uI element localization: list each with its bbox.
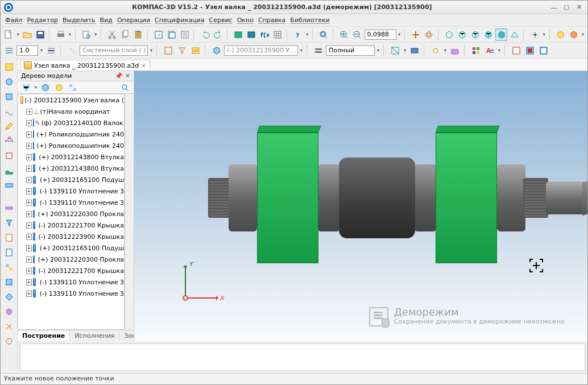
pan-icon[interactable] — [410, 28, 422, 41]
display-toggle-icon[interactable] — [312, 44, 325, 57]
tree-item[interactable]: +(-) 200312221700 Крышка — [18, 220, 124, 231]
zoom-fit-icon[interactable] — [318, 28, 330, 41]
minimize-button[interactable]: — — [549, 3, 559, 12]
simplify-icon[interactable] — [568, 28, 579, 41]
bend-icon[interactable] — [3, 335, 15, 347]
tree-obj-icon[interactable] — [39, 81, 52, 94]
lights-icon[interactable] — [429, 44, 442, 57]
tree-origin[interactable]: +⊥(т)Начало координат — [18, 106, 124, 117]
layer-filter-icon[interactable] — [176, 44, 188, 57]
save-icon[interactable] — [34, 28, 46, 41]
tree-item[interactable]: +(-) 1339110 Уплотнение 3 — [18, 185, 124, 197]
tree-item[interactable]: +(-) 200312223900 Крышка — [18, 231, 124, 242]
geometry-icon[interactable] — [3, 90, 15, 103]
tree-item[interactable]: +(+) 200312143800 Втулка — [18, 163, 124, 174]
simplify-dropdown[interactable]: ▾ — [581, 32, 585, 37]
expand-icon[interactable]: + — [26, 211, 32, 217]
orbit-icon[interactable] — [423, 28, 435, 41]
properties-panel[interactable] — [20, 343, 585, 371]
cut-icon[interactable] — [106, 28, 118, 41]
menu-select[interactable]: Выделить — [63, 16, 96, 24]
perspective-icon[interactable] — [508, 28, 520, 41]
expand-icon[interactable]: + — [26, 131, 32, 138]
expand-icon[interactable]: + — [26, 188, 32, 194]
constraint-icon[interactable] — [3, 150, 15, 162]
component-ref-dropdown[interactable]: ▾ — [299, 48, 304, 53]
tree-search-icon[interactable] — [119, 81, 131, 94]
measure-icon[interactable] — [3, 202, 15, 214]
tree-item[interactable]: +(+) 200312165100 Подуш — [18, 174, 124, 185]
orient-dropdown[interactable]: ▾ — [542, 32, 546, 37]
preview-icon[interactable] — [81, 28, 93, 41]
tab-configs[interactable]: Исполнения — [70, 331, 119, 341]
doc-list-icon[interactable] — [179, 28, 191, 41]
window2-icon[interactable] — [524, 44, 536, 57]
line-width-input[interactable] — [16, 45, 38, 56]
expand-icon[interactable]: + — [26, 268, 32, 274]
line-style-icon[interactable] — [3, 44, 15, 57]
pencil-icon[interactable] — [3, 120, 15, 133]
line-width-dropdown[interactable]: ▾ — [39, 48, 44, 53]
filter-icon[interactable] — [3, 217, 15, 229]
tree-item[interactable]: +(-) 200312221700 Крышка — [18, 265, 124, 276]
edit-sketch-icon[interactable] — [3, 76, 15, 88]
mate-icon[interactable] — [3, 320, 15, 333]
vars-icon[interactable] — [246, 28, 258, 41]
weld-icon[interactable] — [3, 305, 15, 318]
tree-item[interactable]: +(-) 1339110 Уплотнение 3 — [18, 288, 124, 299]
tree-item[interactable]: +(+) 200312143800 Втулка — [18, 151, 124, 163]
tree-scrollbar[interactable] — [125, 94, 134, 330]
table-icon[interactable] — [272, 28, 284, 41]
section1-dropdown[interactable]: ▾ — [403, 48, 407, 53]
zoom-out-icon[interactable] — [351, 28, 363, 41]
library-mgr-icon[interactable] — [233, 28, 245, 41]
menu-window[interactable]: Окно — [237, 16, 254, 24]
tree-cube-icon[interactable] — [53, 81, 65, 94]
tree-item[interactable]: +(-) 1339110 Уплотнение 3 — [18, 276, 124, 288]
expand-icon[interactable]: + — [26, 154, 32, 160]
rebuild-icon[interactable] — [554, 28, 566, 41]
section2-icon[interactable] — [408, 44, 421, 57]
auto-line-icon[interactable] — [45, 44, 57, 57]
hidden-lines-icon[interactable] — [457, 28, 469, 41]
menu-service[interactable]: Сервис — [209, 16, 233, 24]
sheet-icon[interactable] — [3, 276, 15, 288]
tree-asm-icon[interactable] — [67, 81, 79, 94]
colors-icon[interactable] — [470, 44, 482, 57]
layer-states-icon[interactable] — [162, 44, 175, 57]
expand-icon[interactable]: + — [26, 234, 32, 240]
tree-hierarchy-icon[interactable] — [20, 81, 32, 94]
expand-icon[interactable]: + — [26, 109, 32, 115]
lights-dropdown[interactable]: ▾ — [443, 48, 448, 53]
edit-assembly-icon[interactable] — [3, 61, 15, 73]
expand-icon[interactable]: + — [26, 200, 32, 206]
mass-props-icon[interactable] — [449, 44, 461, 57]
text-a-dropdown[interactable]: ▾ — [497, 48, 502, 53]
new-doc-dropdown[interactable]: ▾ — [16, 32, 20, 37]
pin-icon[interactable]: 📌 — [115, 72, 123, 80]
menu-libraries[interactable]: Библиотеки — [290, 16, 329, 24]
op2-icon[interactable] — [3, 291, 15, 303]
paste-icon[interactable] — [132, 28, 144, 41]
undo-icon[interactable] — [199, 28, 211, 41]
close-button[interactable]: ✕ — [574, 3, 584, 12]
expand-icon[interactable]: + — [26, 120, 32, 126]
shaded-icon[interactable] — [495, 28, 507, 41]
tree-item[interactable]: +(+) 200312220300 Прокла — [18, 254, 124, 265]
expand-icon[interactable]: + — [26, 245, 32, 251]
expand-icon[interactable]: + — [26, 177, 32, 183]
document-tab[interactable]: Узел валка _ 200312135900.a3d ✕ — [20, 60, 150, 71]
expand-icon[interactable]: + — [26, 256, 32, 263]
zoom-value-dropdown[interactable]: ▾ — [397, 32, 402, 37]
menu-file[interactable]: Файл — [5, 16, 22, 24]
tree-item[interactable]: +(+) Роликоподшипник 240 — [18, 129, 124, 140]
preview-dropdown[interactable]: ▾ — [94, 32, 98, 37]
new-doc-icon[interactable] — [3, 28, 15, 41]
zoom-in-icon[interactable] — [338, 28, 350, 41]
menu-view[interactable]: Вид — [100, 16, 113, 24]
curve-icon[interactable] — [3, 105, 15, 118]
report-icon[interactable] — [3, 246, 15, 259]
tree-item[interactable]: +(+) 200312220300 Прокла — [18, 208, 124, 220]
menu-spec[interactable]: Спецификация — [155, 16, 204, 24]
print-dropdown[interactable]: ▾ — [68, 32, 72, 37]
